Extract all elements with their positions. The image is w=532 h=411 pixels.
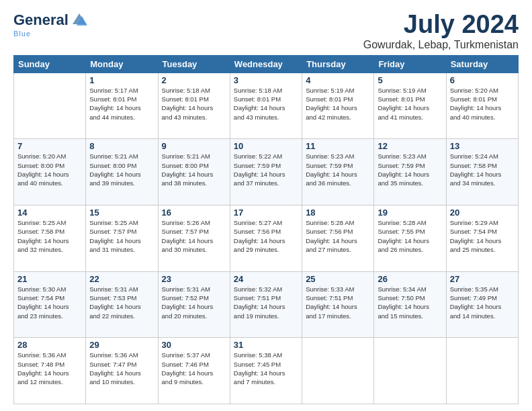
day-number: 4 bbox=[306, 75, 370, 85]
day-cell: 9Sunrise: 5:21 AM Sunset: 8:00 PM Daylig… bbox=[158, 139, 230, 205]
day-cell: 22Sunrise: 5:31 AM Sunset: 7:53 PM Dayli… bbox=[86, 271, 158, 338]
day-number: 6 bbox=[450, 75, 515, 85]
day-cell: 12Sunrise: 5:23 AM Sunset: 7:59 PM Dayli… bbox=[374, 139, 446, 205]
logo-icon bbox=[70, 11, 89, 30]
subtitle: Gowurdak, Lebap, Turkmenistan bbox=[363, 39, 519, 51]
day-number: 18 bbox=[306, 208, 370, 218]
day-number: 12 bbox=[378, 141, 442, 151]
day-info: Sunrise: 5:17 AM Sunset: 8:01 PM Dayligh… bbox=[89, 86, 154, 122]
day-number: 9 bbox=[162, 141, 226, 151]
day-number: 17 bbox=[234, 208, 298, 218]
calendar-table: Sunday Monday Tuesday Wednesday Thursday… bbox=[13, 55, 519, 404]
day-cell bbox=[446, 338, 518, 404]
header-saturday: Saturday bbox=[446, 55, 518, 73]
day-cell: 29Sunrise: 5:36 AM Sunset: 7:47 PM Dayli… bbox=[86, 338, 158, 404]
day-number: 8 bbox=[89, 141, 154, 151]
day-number: 26 bbox=[378, 274, 442, 284]
day-number: 14 bbox=[17, 208, 82, 218]
day-cell: 11Sunrise: 5:23 AM Sunset: 7:59 PM Dayli… bbox=[302, 139, 374, 205]
day-info: Sunrise: 5:20 AM Sunset: 8:00 PM Dayligh… bbox=[17, 152, 82, 187]
day-number: 19 bbox=[378, 208, 442, 218]
day-info: Sunrise: 5:25 AM Sunset: 7:58 PM Dayligh… bbox=[17, 218, 82, 254]
day-number: 27 bbox=[450, 274, 515, 284]
day-cell bbox=[302, 338, 374, 404]
day-info: Sunrise: 5:24 AM Sunset: 7:58 PM Dayligh… bbox=[450, 152, 515, 187]
day-info: Sunrise: 5:18 AM Sunset: 8:01 PM Dayligh… bbox=[162, 86, 226, 122]
day-cell: 15Sunrise: 5:25 AM Sunset: 7:57 PM Dayli… bbox=[86, 205, 158, 272]
day-info: Sunrise: 5:27 AM Sunset: 7:56 PM Dayligh… bbox=[234, 218, 298, 254]
day-info: Sunrise: 5:36 AM Sunset: 7:48 PM Dayligh… bbox=[17, 351, 82, 386]
week-row-0: 1Sunrise: 5:17 AM Sunset: 8:01 PM Daylig… bbox=[14, 73, 519, 139]
logo: General Blue bbox=[13, 11, 89, 38]
day-number: 1 bbox=[89, 75, 154, 85]
day-cell: 4Sunrise: 5:19 AM Sunset: 8:01 PM Daylig… bbox=[302, 73, 374, 139]
day-info: Sunrise: 5:34 AM Sunset: 7:50 PM Dayligh… bbox=[378, 285, 442, 320]
day-cell bbox=[14, 73, 86, 139]
header-friday: Friday bbox=[374, 55, 446, 73]
day-info: Sunrise: 5:19 AM Sunset: 8:01 PM Dayligh… bbox=[306, 86, 370, 122]
day-cell: 30Sunrise: 5:37 AM Sunset: 7:46 PM Dayli… bbox=[158, 338, 230, 404]
day-info: Sunrise: 5:25 AM Sunset: 7:57 PM Dayligh… bbox=[89, 218, 154, 254]
day-number: 11 bbox=[306, 141, 370, 151]
day-cell: 7Sunrise: 5:20 AM Sunset: 8:00 PM Daylig… bbox=[14, 139, 86, 205]
day-info: Sunrise: 5:19 AM Sunset: 8:01 PM Dayligh… bbox=[378, 86, 442, 122]
day-cell: 19Sunrise: 5:28 AM Sunset: 7:55 PM Dayli… bbox=[374, 205, 446, 272]
day-cell: 26Sunrise: 5:34 AM Sunset: 7:50 PM Dayli… bbox=[374, 271, 446, 338]
day-info: Sunrise: 5:22 AM Sunset: 7:59 PM Dayligh… bbox=[234, 152, 298, 187]
logo-general: General bbox=[13, 13, 69, 28]
day-info: Sunrise: 5:21 AM Sunset: 8:00 PM Dayligh… bbox=[162, 152, 226, 187]
day-info: Sunrise: 5:33 AM Sunset: 7:51 PM Dayligh… bbox=[306, 285, 370, 320]
header-monday: Monday bbox=[86, 55, 158, 73]
day-number: 21 bbox=[17, 274, 82, 284]
day-cell: 5Sunrise: 5:19 AM Sunset: 8:01 PM Daylig… bbox=[374, 73, 446, 139]
day-cell: 18Sunrise: 5:28 AM Sunset: 7:56 PM Dayli… bbox=[302, 205, 374, 272]
day-cell: 8Sunrise: 5:21 AM Sunset: 8:00 PM Daylig… bbox=[86, 139, 158, 205]
day-number: 13 bbox=[450, 141, 515, 151]
header-sunday: Sunday bbox=[14, 55, 86, 73]
day-info: Sunrise: 5:31 AM Sunset: 7:52 PM Dayligh… bbox=[162, 285, 226, 320]
day-number: 22 bbox=[89, 274, 154, 284]
day-number: 31 bbox=[234, 340, 298, 350]
day-cell: 14Sunrise: 5:25 AM Sunset: 7:58 PM Dayli… bbox=[14, 205, 86, 272]
day-cell: 3Sunrise: 5:18 AM Sunset: 8:01 PM Daylig… bbox=[230, 73, 302, 139]
day-info: Sunrise: 5:29 AM Sunset: 7:54 PM Dayligh… bbox=[450, 218, 515, 254]
day-info: Sunrise: 5:30 AM Sunset: 7:54 PM Dayligh… bbox=[17, 285, 82, 320]
day-cell: 13Sunrise: 5:24 AM Sunset: 7:58 PM Dayli… bbox=[446, 139, 518, 205]
day-number: 28 bbox=[17, 340, 82, 350]
day-cell: 24Sunrise: 5:32 AM Sunset: 7:51 PM Dayli… bbox=[230, 271, 302, 338]
week-row-4: 28Sunrise: 5:36 AM Sunset: 7:48 PM Dayli… bbox=[14, 338, 519, 404]
main-title: July 2024 bbox=[363, 11, 519, 39]
day-cell: 27Sunrise: 5:35 AM Sunset: 7:49 PM Dayli… bbox=[446, 271, 518, 338]
day-cell: 10Sunrise: 5:22 AM Sunset: 7:59 PM Dayli… bbox=[230, 139, 302, 205]
header-tuesday: Tuesday bbox=[158, 55, 230, 73]
day-number: 25 bbox=[306, 274, 370, 284]
day-info: Sunrise: 5:28 AM Sunset: 7:55 PM Dayligh… bbox=[378, 218, 442, 254]
day-cell bbox=[374, 338, 446, 404]
day-info: Sunrise: 5:35 AM Sunset: 7:49 PM Dayligh… bbox=[450, 285, 515, 320]
day-info: Sunrise: 5:23 AM Sunset: 7:59 PM Dayligh… bbox=[378, 152, 442, 187]
header-thursday: Thursday bbox=[302, 55, 374, 73]
day-info: Sunrise: 5:36 AM Sunset: 7:47 PM Dayligh… bbox=[89, 351, 154, 386]
day-number: 29 bbox=[89, 340, 154, 350]
day-number: 23 bbox=[162, 274, 226, 284]
day-info: Sunrise: 5:32 AM Sunset: 7:51 PM Dayligh… bbox=[234, 285, 298, 320]
day-number: 5 bbox=[378, 75, 442, 85]
week-row-3: 21Sunrise: 5:30 AM Sunset: 7:54 PM Dayli… bbox=[14, 271, 519, 338]
day-cell: 20Sunrise: 5:29 AM Sunset: 7:54 PM Dayli… bbox=[446, 205, 518, 272]
title-block: July 2024 Gowurdak, Lebap, Turkmenistan bbox=[363, 11, 519, 51]
day-info: Sunrise: 5:28 AM Sunset: 7:56 PM Dayligh… bbox=[306, 218, 370, 254]
day-info: Sunrise: 5:18 AM Sunset: 8:01 PM Dayligh… bbox=[234, 86, 298, 122]
weekday-header-row: Sunday Monday Tuesday Wednesday Thursday… bbox=[14, 55, 519, 73]
day-number: 30 bbox=[162, 340, 226, 350]
page: General Blue July 2024 Gowurdak, Lebap, … bbox=[0, 0, 532, 411]
day-info: Sunrise: 5:26 AM Sunset: 7:57 PM Dayligh… bbox=[162, 218, 226, 254]
day-info: Sunrise: 5:23 AM Sunset: 7:59 PM Dayligh… bbox=[306, 152, 370, 187]
day-info: Sunrise: 5:20 AM Sunset: 8:01 PM Dayligh… bbox=[450, 86, 515, 122]
day-cell: 2Sunrise: 5:18 AM Sunset: 8:01 PM Daylig… bbox=[158, 73, 230, 139]
week-row-1: 7Sunrise: 5:20 AM Sunset: 8:00 PM Daylig… bbox=[14, 139, 519, 205]
day-cell: 21Sunrise: 5:30 AM Sunset: 7:54 PM Dayli… bbox=[14, 271, 86, 338]
day-cell: 16Sunrise: 5:26 AM Sunset: 7:57 PM Dayli… bbox=[158, 205, 230, 272]
day-number: 3 bbox=[234, 75, 298, 85]
day-cell: 31Sunrise: 5:38 AM Sunset: 7:45 PM Dayli… bbox=[230, 338, 302, 404]
logo-blue: Blue bbox=[13, 30, 31, 38]
